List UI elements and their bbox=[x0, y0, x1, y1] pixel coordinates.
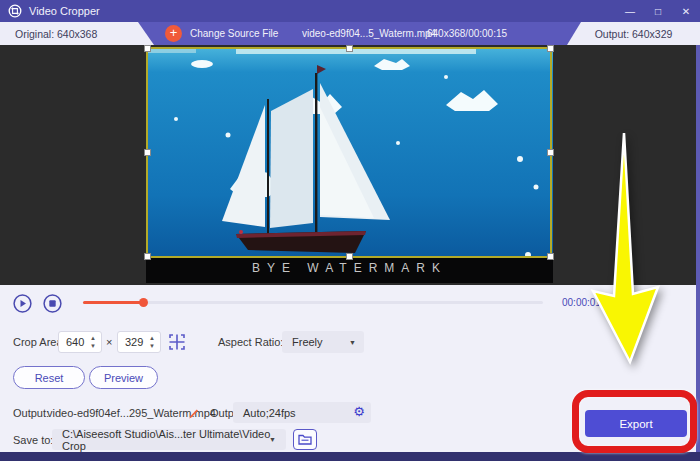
spin-down-icon[interactable]: ▼ bbox=[90, 342, 96, 350]
output-label: Output: bbox=[13, 407, 49, 419]
save-path-field[interactable]: C:\Aiseesoft Studio\Ais...ter Ultimate\V… bbox=[52, 429, 286, 450]
progress-slider[interactable] bbox=[83, 301, 543, 304]
format-value: Auto;24fps bbox=[243, 407, 296, 419]
crop-height-box: ▲ ▼ bbox=[117, 331, 161, 353]
preview-button[interactable]: Preview bbox=[89, 366, 158, 389]
aspect-ratio-value: Freely bbox=[292, 336, 323, 348]
source-file-info: 640x368/00:00:15 bbox=[427, 22, 507, 45]
window-bottom-border bbox=[0, 452, 700, 461]
crop-handle-ne[interactable] bbox=[547, 45, 554, 52]
change-source-button[interactable]: Change Source File bbox=[190, 22, 278, 45]
output-size-tab[interactable]: Output: 640x329 bbox=[567, 22, 700, 45]
crop-handle-se[interactable] bbox=[547, 253, 554, 260]
times-sign: × bbox=[106, 336, 112, 348]
crop-handle-n[interactable] bbox=[346, 45, 353, 52]
crop-width-box: ▲ ▼ bbox=[58, 331, 102, 353]
close-button[interactable]: ✕ bbox=[672, 0, 700, 22]
folder-icon bbox=[298, 434, 312, 445]
plus-icon[interactable]: + bbox=[165, 25, 182, 42]
spin-up-icon[interactable]: ▲ bbox=[149, 334, 155, 342]
chevron-down-icon: ▼ bbox=[269, 436, 276, 443]
browse-folder-button[interactable] bbox=[293, 429, 317, 450]
minimize-button[interactable]: — bbox=[616, 0, 644, 22]
title-bar: Video Cropper — □ ✕ bbox=[0, 0, 700, 22]
window-title: Video Cropper bbox=[29, 5, 100, 17]
watermark-text: BYE WATERMARK bbox=[146, 261, 553, 275]
stop-button[interactable] bbox=[43, 294, 62, 317]
crop-width-input[interactable] bbox=[59, 332, 89, 352]
video-preview[interactable]: BYE WATERMARK bbox=[146, 47, 553, 283]
gear-icon[interactable]: ⚙ bbox=[353, 404, 365, 419]
spin-up-icon[interactable]: ▲ bbox=[90, 334, 96, 342]
spin-down-icon[interactable]: ▼ bbox=[149, 342, 155, 350]
time-display: 00:00:01. bbox=[562, 297, 604, 308]
edit-pencil-icon[interactable] bbox=[187, 406, 200, 424]
window-right-border bbox=[696, 22, 700, 452]
source-file-name: video-ed9f04...5_Waterm.mp4 bbox=[302, 22, 436, 45]
center-crosshair-icon[interactable] bbox=[166, 331, 188, 357]
header-band: Original: 640x368 + Change Source File v… bbox=[0, 22, 700, 45]
window-controls: — □ ✕ bbox=[616, 0, 700, 22]
crop-handle-nw[interactable] bbox=[144, 45, 151, 52]
crop-height-input[interactable] bbox=[118, 332, 148, 352]
crop-height-spinner[interactable]: ▲ ▼ bbox=[147, 334, 157, 350]
slider-thumb[interactable] bbox=[139, 298, 148, 307]
reset-button[interactable]: Reset bbox=[13, 366, 85, 389]
save-path-value: C:\Aiseesoft Studio\Ais...ter Ultimate\V… bbox=[62, 428, 286, 452]
volume-icon[interactable] bbox=[604, 296, 620, 314]
original-size-tab[interactable]: Original: 640x368 bbox=[0, 22, 154, 45]
crop-handle-w[interactable] bbox=[144, 149, 151, 156]
aspect-ratio-label: Aspect Ratio: bbox=[218, 336, 283, 348]
chevron-down-icon: ▼ bbox=[349, 339, 356, 346]
video-cropper-window: Video Cropper — □ ✕ Original: 640x368 + … bbox=[0, 0, 700, 461]
preview-stage: BYE WATERMARK bbox=[0, 45, 700, 285]
app-crop-icon bbox=[8, 4, 22, 18]
crop-handle-sw[interactable] bbox=[144, 253, 151, 260]
play-button[interactable] bbox=[13, 294, 32, 317]
crop-handle-e[interactable] bbox=[547, 149, 554, 156]
crop-width-spinner[interactable]: ▲ ▼ bbox=[88, 334, 98, 350]
crop-handle-s[interactable] bbox=[346, 253, 353, 260]
save-to-label: Save to: bbox=[13, 434, 53, 446]
slider-fill bbox=[83, 301, 143, 304]
format-field[interactable]: Auto;24fps ⚙ bbox=[233, 402, 371, 423]
aspect-ratio-dropdown[interactable]: Freely ▼ bbox=[282, 331, 364, 353]
crop-box[interactable] bbox=[146, 47, 552, 258]
export-button[interactable]: Export bbox=[585, 410, 687, 437]
maximize-button[interactable]: □ bbox=[644, 0, 672, 22]
